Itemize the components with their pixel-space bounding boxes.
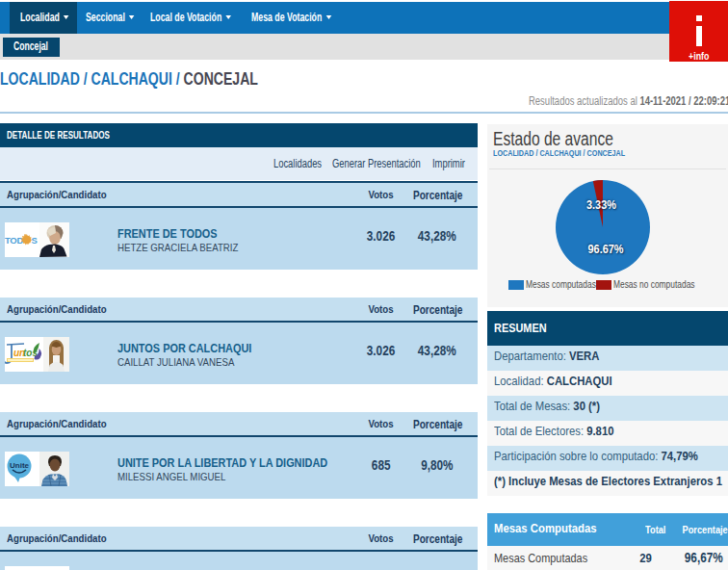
svg-text:Unite: Unite (10, 461, 30, 470)
svg-text:TOD: TOD (5, 235, 23, 246)
svg-text:S: S (32, 235, 38, 246)
